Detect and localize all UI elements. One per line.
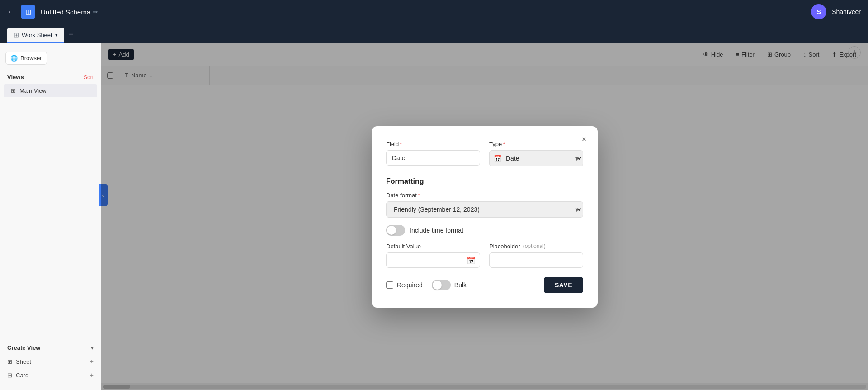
date-format-select-wrapper: Friendly (September 12, 2023) ▾ xyxy=(386,201,583,218)
default-value-input-wrapper: 📅 xyxy=(386,252,480,268)
sheet-label: Sheet xyxy=(16,358,31,365)
default-value-calendar-icon[interactable]: 📅 xyxy=(467,256,476,264)
tab-worksheet-label: Work Sheet xyxy=(22,32,52,38)
create-view-header[interactable]: Create View ▾ xyxy=(0,341,101,355)
field-type-row: Field * Type * 📅 Date xyxy=(386,141,583,166)
default-placeholder-row: Default Value 📅 Placeholder (optional) xyxy=(386,243,583,268)
modal-bottom-row: Required Bulk SAVE xyxy=(386,277,583,293)
default-value-input[interactable] xyxy=(386,252,480,268)
date-format-group: Date format * Friendly (September 12, 20… xyxy=(386,192,583,218)
required-checkbox-row: Required xyxy=(386,281,423,289)
create-view-label: Create View xyxy=(7,344,40,351)
main-view-icon: ⊞ xyxy=(11,87,16,94)
required-checkbox-label: Required xyxy=(397,281,423,289)
create-view-section: Create View ▾ ⊞ Sheet + ⊟ Card + xyxy=(0,337,101,385)
sidebar-item-card[interactable]: ⊟ Card + xyxy=(0,368,101,382)
main-layout: 🌐 Browser Views Sort ⊞ Main View Create … xyxy=(0,43,868,390)
default-value-label: Default Value xyxy=(386,243,480,250)
browser-button[interactable]: 🌐 Browser xyxy=(5,52,47,65)
sheet-icon: ⊞ xyxy=(7,358,12,365)
include-time-row: Include time format xyxy=(386,225,583,236)
type-required-star: * xyxy=(503,141,505,147)
sidebar-item-main-view[interactable]: ⊞ Main View xyxy=(4,84,97,97)
sheet-add-icon[interactable]: + xyxy=(90,358,94,365)
bulk-toggle-knob xyxy=(433,281,442,290)
content-area: + Add 👁 Hide ≡ Filter ⊞ Group ↕ Sort ⬆ xyxy=(101,43,868,390)
field-modal: × Field * Type * xyxy=(372,126,598,308)
placeholder-label: Placeholder (optional) xyxy=(489,243,583,250)
include-time-label: Include time format xyxy=(410,227,463,234)
nav-logo: ◫ xyxy=(21,5,35,19)
schema-title: Untitled Schema xyxy=(41,8,90,16)
type-input-group: Type * 📅 Date ▾ xyxy=(489,141,583,166)
tab-add-button[interactable]: + xyxy=(64,26,78,43)
placeholder-group: Placeholder (optional) xyxy=(489,243,583,268)
sidebar-item-sheet[interactable]: ⊞ Sheet + xyxy=(0,355,101,368)
views-header: Views Sort xyxy=(0,68,101,83)
views-label: Views xyxy=(7,74,24,81)
type-select[interactable]: Date xyxy=(489,150,583,166)
field-input[interactable] xyxy=(386,150,480,166)
navbar: ← ◫ Untitled Schema ✏ S Shantveer xyxy=(0,0,868,24)
formatting-section: Formatting Date format * Friendly (Septe… xyxy=(386,176,583,293)
sidebar: 🌐 Browser Views Sort ⊞ Main View Create … xyxy=(0,43,101,390)
date-format-label: Date format * xyxy=(386,192,583,199)
modal-bottom-left: Required Bulk xyxy=(386,280,467,290)
bulk-label: Bulk xyxy=(454,281,467,289)
avatar[interactable]: S xyxy=(811,4,826,19)
tab-worksheet-arrow[interactable]: ▾ xyxy=(55,32,58,38)
type-select-wrapper: 📅 Date ▾ xyxy=(489,150,583,166)
default-value-group: Default Value 📅 xyxy=(386,243,480,268)
field-input-group: Field * xyxy=(386,141,480,166)
field-label: Field * xyxy=(386,141,480,147)
tab-worksheet-icon: ⊞ xyxy=(14,31,19,38)
toggle-knob xyxy=(387,226,396,235)
include-time-toggle[interactable] xyxy=(386,225,405,236)
tab-worksheet[interactable]: ⊞ Work Sheet ▾ xyxy=(7,28,64,43)
create-view-chevron: ▾ xyxy=(91,345,94,351)
placeholder-optional: (optional) xyxy=(523,243,546,249)
required-checkbox[interactable] xyxy=(386,281,393,289)
date-format-required-star: * xyxy=(418,192,420,199)
bulk-toggle-row: Bulk xyxy=(432,280,467,290)
type-label: Type * xyxy=(489,141,583,147)
card-add-icon[interactable]: + xyxy=(90,371,94,379)
views-sort[interactable]: Sort xyxy=(84,74,94,81)
save-button[interactable]: SAVE xyxy=(544,277,583,293)
browser-icon: 🌐 xyxy=(10,55,18,62)
card-icon: ⊟ xyxy=(7,372,12,379)
back-icon[interactable]: ← xyxy=(7,7,15,17)
card-label: Card xyxy=(16,372,28,379)
sidebar-top: 🌐 Browser xyxy=(0,48,101,68)
username: Shantveer xyxy=(832,8,861,15)
field-required-star: * xyxy=(400,141,402,147)
formatting-title: Formatting xyxy=(386,176,583,185)
placeholder-input[interactable] xyxy=(489,252,583,268)
date-format-select[interactable]: Friendly (September 12, 2023) xyxy=(386,201,583,218)
tabbar: ⊞ Work Sheet ▾ + xyxy=(0,24,868,43)
modal-close-button[interactable]: × xyxy=(578,133,590,146)
main-view-label: Main View xyxy=(19,87,47,94)
modal-overlay: × Field * Type * xyxy=(101,43,868,390)
bulk-toggle[interactable] xyxy=(432,280,451,290)
edit-icon[interactable]: ✏ xyxy=(93,9,98,15)
nav-title-area: Untitled Schema ✏ xyxy=(41,8,98,16)
